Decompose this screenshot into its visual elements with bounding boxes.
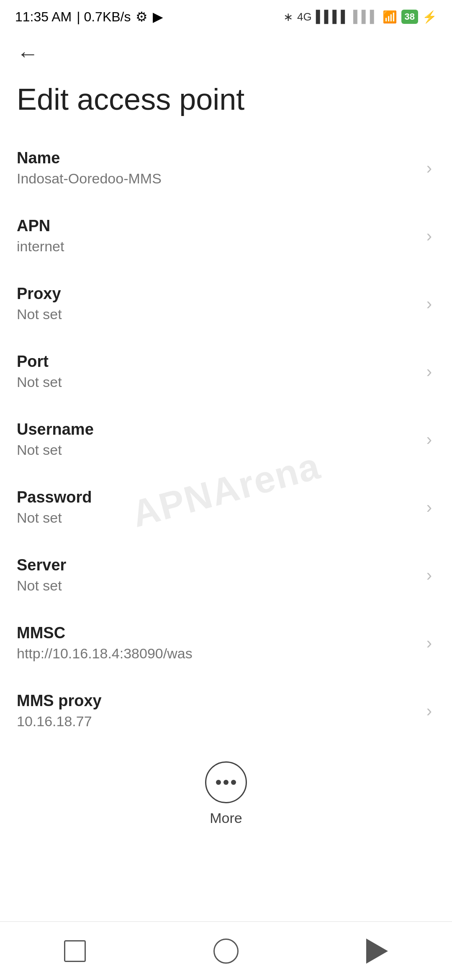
wifi-icon: 📶 [383, 10, 397, 24]
settings-item-content: Name Indosat-Ooredoo-MMS [17, 149, 426, 187]
back-arrow-icon: ← [17, 41, 39, 66]
nav-square-icon [64, 940, 86, 962]
settings-item-value: Not set [17, 510, 426, 526]
chevron-right-icon: › [426, 362, 432, 381]
signal-bars-icon: ▌▌▌▌ [316, 10, 349, 23]
nav-home-button[interactable] [213, 939, 239, 964]
settings-item-label: Proxy [17, 285, 426, 303]
battery-indicator: 38 [401, 10, 418, 24]
chevron-right-icon: › [426, 159, 432, 178]
chevron-right-icon: › [426, 634, 432, 652]
settings-item-label: Server [17, 556, 426, 574]
settings-item-value: Not set [17, 306, 426, 322]
settings-item-content: Username Not set [17, 420, 426, 458]
chevron-right-icon: › [426, 294, 432, 313]
settings-item-password[interactable]: Password Not set › [0, 473, 452, 541]
settings-item-value: Not set [17, 578, 426, 594]
chevron-right-icon: › [426, 227, 432, 245]
settings-item-content: Server Not set [17, 556, 426, 594]
settings-item-port[interactable]: Port Not set › [0, 338, 452, 405]
status-right: ∗ 4G ▌▌▌▌ ▌▌▌ 📶 38 ⚡ [283, 10, 437, 24]
settings-item-content: MMS proxy 10.16.18.77 [17, 692, 426, 730]
time-display: 11:35 AM [15, 9, 72, 25]
settings-item-value: Not set [17, 374, 426, 390]
settings-item-content: Port Not set [17, 353, 426, 390]
speed-display: | 0.7KB/s [77, 9, 131, 25]
nav-back-button[interactable] [366, 939, 388, 964]
settings-item-value: 10.16.18.77 [17, 713, 426, 730]
settings-item-label: APN [17, 217, 426, 235]
settings-item-label: Port [17, 353, 426, 371]
bluetooth-icon: ∗ [283, 10, 293, 24]
settings-item-content: APN internet [17, 217, 426, 255]
settings-item-content: Proxy Not set [17, 285, 426, 322]
signal-4g-icon: 4G [297, 10, 312, 23]
settings-item-label: MMSC [17, 624, 426, 642]
settings-item-mmsc[interactable]: MMSC http://10.16.18.4:38090/was › [0, 609, 452, 677]
chevron-right-icon: › [426, 430, 432, 449]
settings-item-apn[interactable]: APN internet › [0, 202, 452, 270]
chevron-right-icon: › [426, 701, 432, 720]
settings-item-value: Indosat-Ooredoo-MMS [17, 170, 426, 187]
more-dots-icon [216, 780, 236, 785]
status-bar: 11:35 AM | 0.7KB/s ⚙ ▶ ∗ 4G ▌▌▌▌ ▌▌▌ 📶 3… [0, 0, 452, 30]
settings-item-value: http://10.16.18.4:38090/was [17, 645, 426, 662]
settings-item-label: Username [17, 420, 426, 438]
page-title: Edit access point [0, 73, 452, 134]
more-button-container[interactable]: More [0, 745, 452, 839]
settings-item-content: Password Not set [17, 488, 426, 526]
settings-item-mms-proxy[interactable]: MMS proxy 10.16.18.77 › [0, 677, 452, 745]
back-button[interactable]: ← [0, 30, 452, 73]
more-label: More [210, 810, 242, 826]
settings-item-proxy[interactable]: Proxy Not set › [0, 270, 452, 338]
nav-triangle-icon [366, 939, 388, 964]
chevron-right-icon: › [426, 566, 432, 585]
charging-icon: ⚡ [422, 10, 437, 24]
settings-item-label: Name [17, 149, 426, 167]
nav-square-button[interactable] [64, 940, 86, 962]
video-icon: ▶ [153, 9, 163, 25]
settings-item-label: Password [17, 488, 426, 506]
navigation-bar [0, 921, 452, 980]
settings-item-server[interactable]: Server Not set › [0, 541, 452, 609]
settings-list: Name Indosat-Ooredoo-MMS › APN internet … [0, 134, 452, 745]
signal-bars-2-icon: ▌▌▌ [353, 10, 378, 23]
settings-item-value: internet [17, 238, 426, 255]
settings-item-name[interactable]: Name Indosat-Ooredoo-MMS › [0, 134, 452, 202]
nav-circle-icon [213, 939, 239, 964]
status-left: 11:35 AM | 0.7KB/s ⚙ ▶ [15, 9, 163, 25]
settings-item-label: MMS proxy [17, 692, 426, 710]
settings-item-content: MMSC http://10.16.18.4:38090/was [17, 624, 426, 662]
settings-item-username[interactable]: Username Not set › [0, 405, 452, 473]
more-circle-icon[interactable] [205, 761, 247, 803]
settings-icon: ⚙ [136, 9, 148, 25]
settings-item-value: Not set [17, 442, 426, 458]
chevron-right-icon: › [426, 498, 432, 517]
